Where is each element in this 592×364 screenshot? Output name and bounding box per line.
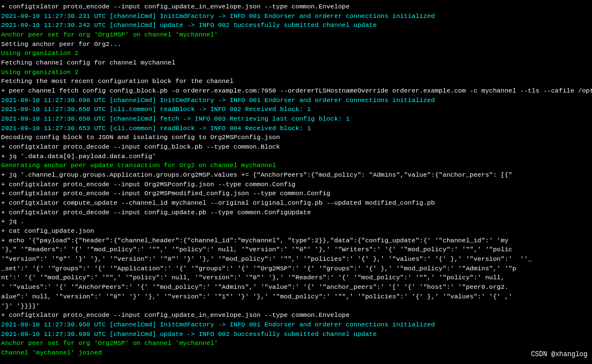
terminal-line: 2021-09-10 11:27:30.989 UTC [channelCmd]…	[1, 330, 591, 339]
terminal-line: + configtxlator proto_encode --input Org…	[1, 189, 591, 199]
terminal-line: Fetching the most recent configuration b…	[1, 77, 591, 86]
terminal-line: + configtxlator proto_encode --input con…	[1, 2, 591, 12]
terminal-line: Generating anchor peer update transactio…	[1, 161, 591, 171]
terminal-line: + echo '{"payload":{"header":{"channel_h…	[1, 236, 591, 246]
terminal-line: 2021-09-10 11:27:30.650 UTC [cli.common]…	[1, 105, 591, 114]
terminal-line: 2021-09-10 11:27:30.231 UTC [channelCmd]…	[1, 12, 591, 21]
terminal-line: 2021-09-10 11:27:30.650 UTC [channelCmd]…	[1, 114, 591, 124]
terminal-line: 2021-09-10 11:27:30.242 UTC [channelCmd]…	[1, 21, 591, 30]
terminal-line: Fetching channel config for channel mych…	[1, 58, 591, 68]
terminal-line: + jq '.channel_group.groups.Application.…	[1, 171, 591, 180]
terminal-line: _set':' '{' '"groups":' '{' '"Applicatio…	[1, 264, 591, 274]
terminal-line: + configtxlator proto_encode --input Org…	[1, 180, 591, 190]
terminal-line: + configtxlator compute_update --channel…	[1, 199, 591, 208]
terminal-line: Using organization 2	[1, 49, 591, 58]
terminal-line: + peer channel fetch config config_block…	[1, 86, 591, 96]
terminal-line: Channel 'mychannel' joined	[1, 348, 591, 358]
terminal-line: Using organization 2	[1, 68, 591, 77]
terminal-line: alue":' null, '"version":' '"0"' '}' '},…	[1, 292, 591, 302]
watermark: CSDN @xhanglog	[531, 350, 588, 360]
terminal-line: '"version":' '"0"' '}' '},' '"version":'…	[1, 255, 591, 264]
terminal-line: 2021-09-10 11:27:30.950 UTC [channelCmd]…	[1, 320, 591, 330]
terminal-line: Anchor peer set for org 'Org2MSP' on cha…	[1, 339, 591, 348]
terminal-line: Anchor peer set for org 'Org1MSP' on cha…	[1, 30, 591, 40]
terminal-line: '}," '"Readers":' '{' '"mod_policy":' '"…	[1, 245, 591, 255]
terminal-line: 2021-09-10 11:27:30.653 UTC [cli.common]…	[1, 124, 591, 133]
terminal-line: + configtxlator proto_encode --input con…	[1, 311, 591, 320]
terminal-line: 2021-09-10 11:27:30.696 UTC [channelCmd]…	[1, 96, 591, 105]
terminal-line: + jq .	[1, 217, 591, 227]
terminal-line: Decoding config block to JSON and isolat…	[1, 133, 591, 142]
terminal-line: + configtxlator proto_decode --input con…	[1, 208, 591, 218]
terminal-line: + configtxlator proto_decode --input con…	[1, 142, 591, 152]
terminal-line: '}' '}}}}'	[1, 302, 591, 311]
terminal: + configtxlator proto_encode --input con…	[0, 0, 592, 364]
terminal-line: + cat config_update.json	[1, 227, 591, 236]
terminal-line: + jq '.data.data[0].payload.data.config'	[1, 152, 591, 162]
terminal-line: nt':' '{' '"mod_policy":' '"",' '"policy…	[1, 273, 591, 283]
terminal-line: Setting anchor peer for Org2...	[1, 40, 591, 49]
terminal-line: ' '"values":' '{' '"AnchorPeers":' '{' '…	[1, 283, 591, 292]
